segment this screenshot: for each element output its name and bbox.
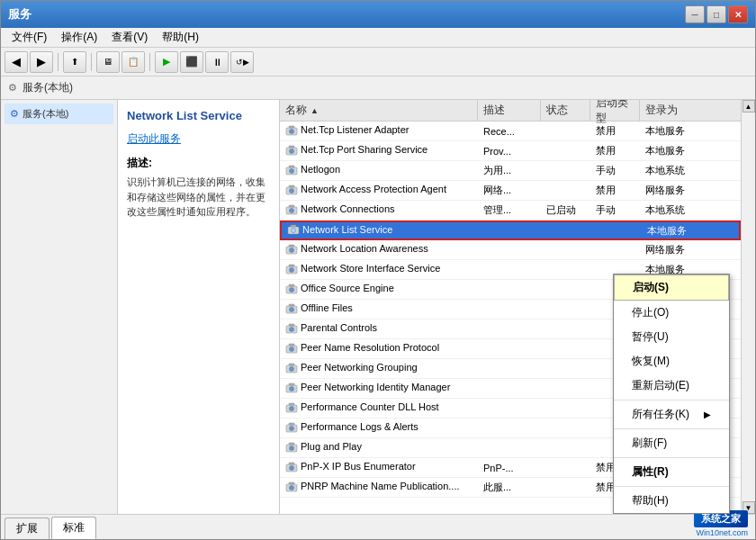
menu-file[interactable]: 文件(F) <box>4 28 54 47</box>
context-menu-pause[interactable]: 暂停(U) <box>614 325 729 349</box>
svg-rect-47 <box>289 423 294 425</box>
window-title: 服务 <box>8 6 32 22</box>
cell-desc <box>478 367 541 371</box>
table-header: 名称 ▲ 描述 状态 启动类型 登录为 <box>280 100 741 122</box>
cell-name: Office Source Engine <box>280 281 478 297</box>
service-icon <box>285 482 298 494</box>
table-row[interactable]: Network List Service 本地服务 <box>280 220 741 240</box>
up-button[interactable]: ⬆ <box>63 51 86 73</box>
context-menu-start[interactable]: 启动(S) <box>614 274 729 301</box>
scroll-up-btn[interactable]: ▲ <box>742 100 755 112</box>
col-header-desc[interactable]: 描述 <box>478 100 541 121</box>
svg-rect-41 <box>289 383 294 385</box>
context-sep-1 <box>614 400 729 400</box>
toolbar-sep-3 <box>149 53 150 71</box>
context-menu-stop[interactable]: 停止(O) <box>614 301 729 325</box>
minimize-button[interactable]: ─ <box>685 5 705 23</box>
table-row[interactable]: Netlogon 为用... 手动 本地系统 <box>280 161 741 181</box>
cell-status <box>541 347 590 351</box>
maximize-button[interactable]: □ <box>706 5 726 23</box>
pause-service-toolbar[interactable]: ⏸ <box>205 51 229 73</box>
cell-status <box>541 486 590 490</box>
menu-help[interactable]: 帮助(H) <box>155 28 206 47</box>
main-content: ⚙ 服务(本地) Network List Service 启动此服务 描述: … <box>1 100 755 514</box>
cell-desc <box>478 248 541 252</box>
svg-point-10 <box>290 188 294 193</box>
close-button[interactable]: ✕ <box>728 5 748 23</box>
cell-desc <box>478 446 541 450</box>
cell-login: 网络服务 <box>640 182 712 199</box>
tab-standard[interactable]: 标准 <box>51 517 96 539</box>
cell-status <box>541 288 590 292</box>
service-icon <box>285 363 298 375</box>
toolbar-sep-1 <box>58 53 58 71</box>
table-row[interactable]: Network Connections 管理... 已启动 手动 本地系统 <box>280 201 741 220</box>
service-icon <box>285 422 298 435</box>
back-button[interactable]: ◀ <box>4 51 28 73</box>
start-service-link[interactable]: 启动此服务 <box>127 131 270 147</box>
cell-desc <box>478 427 541 430</box>
svg-point-52 <box>290 465 294 470</box>
show-hide-button[interactable]: 🖥 <box>96 51 120 73</box>
service-icon <box>285 244 298 256</box>
forward-button[interactable]: ▶ <box>30 51 53 73</box>
cell-startup <box>590 268 640 272</box>
cell-desc: 为用... <box>478 162 541 179</box>
cell-status <box>541 427 590 430</box>
cell-desc: Prov... <box>478 144 541 158</box>
col-header-status[interactable]: 状态 <box>541 100 590 121</box>
cell-status <box>541 169 590 173</box>
cell-status <box>541 308 590 311</box>
sidebar-item-label: 服务(本地) <box>22 107 68 121</box>
svg-rect-44 <box>289 403 294 405</box>
menu-view[interactable]: 查看(V) <box>104 28 155 47</box>
stop-service-toolbar[interactable]: ⬛ <box>180 51 203 73</box>
col-header-login[interactable]: 登录为 <box>640 100 712 121</box>
cell-login: 本地服务 <box>642 222 714 239</box>
tab-extended[interactable]: 扩展 <box>4 518 50 539</box>
sidebar-item-local[interactable]: ⚙ 服务(本地) <box>4 104 113 124</box>
service-icon <box>285 343 298 356</box>
context-menu-restart[interactable]: 重新启动(E) <box>614 374 729 398</box>
export-button[interactable]: 📋 <box>122 51 145 73</box>
svg-rect-38 <box>289 364 294 365</box>
cell-status <box>541 466 590 470</box>
svg-point-1 <box>290 129 294 133</box>
restart-service-toolbar[interactable]: ↺▶ <box>230 51 254 73</box>
service-icon <box>285 442 298 454</box>
table-row[interactable]: Network Location Awareness 网络服务 <box>280 240 741 260</box>
svg-point-7 <box>290 168 294 173</box>
menu-action[interactable]: 操作(A) <box>54 28 104 47</box>
context-sep-2 <box>614 428 729 429</box>
svg-rect-11 <box>289 185 294 187</box>
scrollbar[interactable]: ▲ ▼ <box>741 100 755 514</box>
svg-point-34 <box>290 346 294 351</box>
col-header-name[interactable]: 名称 ▲ <box>280 100 478 121</box>
svg-rect-14 <box>289 205 294 207</box>
table-row[interactable]: Network Access Protection Agent 网络... 禁用… <box>280 181 741 201</box>
sidebar: ⚙ 服务(本地) <box>1 100 118 514</box>
cell-name: Performance Logs & Alerts <box>280 419 478 436</box>
cell-name: Net.Tcp Port Sharing Service <box>280 142 478 158</box>
context-menu-alltasks[interactable]: 所有任务(K) ▶ <box>614 402 729 427</box>
cell-status <box>541 328 590 331</box>
cell-status <box>541 189 590 193</box>
context-menu: 启动(S) 停止(O) 暂停(U) 恢复(M) 重新启动(E) 所有任务(K) … <box>613 274 730 514</box>
context-menu-resume[interactable]: 恢复(M) <box>614 349 729 374</box>
svg-rect-23 <box>289 265 294 266</box>
services-table-area: 名称 ▲ 描述 状态 启动类型 登录为 <box>280 100 741 514</box>
title-bar: 服务 ─ □ ✕ <box>1 1 755 28</box>
context-sep-3 <box>614 457 729 458</box>
context-menu-refresh[interactable]: 刷新(F) <box>614 431 729 455</box>
table-row[interactable]: Net.Tcp Listener Adapter Rece... 禁用 本地服务 <box>280 122 741 141</box>
context-menu-properties[interactable]: 属性(R) <box>614 460 729 484</box>
start-service-toolbar[interactable]: ▶ <box>155 51 178 73</box>
svg-point-43 <box>290 406 294 410</box>
table-row[interactable]: Net.Tcp Port Sharing Service Prov... 禁用 … <box>280 141 741 161</box>
context-menu-help[interactable]: 帮助(H) <box>614 489 729 513</box>
cell-name: Network Location Awareness <box>280 241 478 257</box>
cell-desc: 网络... <box>478 182 541 199</box>
svg-rect-35 <box>289 344 294 346</box>
col-header-startup[interactable]: 启动类型 <box>590 100 640 121</box>
cell-name: Network Access Protection Agent <box>280 182 478 198</box>
